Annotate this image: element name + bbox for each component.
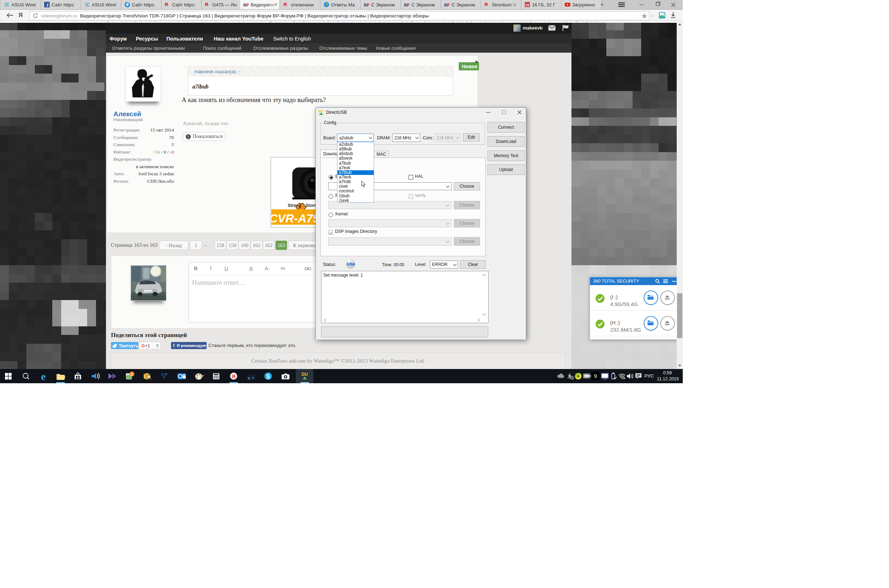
svg-text:?: ? <box>325 3 327 8</box>
svg-text:DU: DU <box>302 372 308 377</box>
svg-text:DU: DU <box>318 110 323 113</box>
svg-text:e: e <box>41 370 45 382</box>
svg-text:f: f <box>47 3 49 8</box>
svg-text:2: 2 <box>131 372 133 376</box>
svg-text:Я: Я <box>232 373 236 380</box>
svg-text:S: S <box>266 374 270 380</box>
